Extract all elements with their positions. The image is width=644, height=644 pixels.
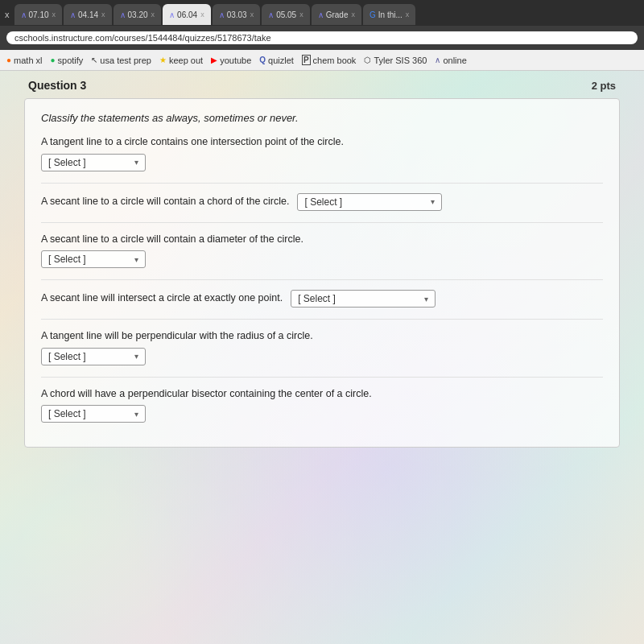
divider-2 bbox=[41, 222, 603, 223]
tab-label-03a: 03.20 bbox=[128, 10, 148, 19]
chevron-down-icon-5: ▾ bbox=[134, 352, 138, 361]
tab-04a[interactable]: ∧ 04.14 x bbox=[64, 4, 112, 25]
select-dropdown-4[interactable]: [ Select ] ▾ bbox=[291, 290, 436, 308]
tab-close-05[interactable]: x bbox=[299, 10, 303, 19]
select-label-1: [ Select ] bbox=[48, 157, 86, 168]
tab-label-06: 06.04 bbox=[177, 10, 197, 19]
tab-label-03b: 03.03 bbox=[227, 10, 247, 19]
select-label-2: [ Select ] bbox=[304, 196, 342, 208]
close-tab-x[interactable]: x bbox=[0, 10, 14, 19]
select-dropdown-6[interactable]: [ Select ] ▾ bbox=[41, 405, 146, 423]
bookmarks-bar: ● math xl ● spotify ↖ usa test prep ★ ke… bbox=[0, 50, 644, 71]
quizlet-icon: Q bbox=[259, 56, 266, 64]
select-dropdown-5[interactable]: [ Select ] ▾ bbox=[41, 348, 146, 365]
chevron-down-icon-2: ▾ bbox=[431, 197, 435, 206]
tab-g[interactable]: G In thi... x bbox=[363, 4, 415, 25]
statement-inline-4: A secant line will intersect a circle at… bbox=[41, 290, 603, 308]
question-instruction: Classify the statements as always, somet… bbox=[41, 112, 603, 124]
tab-close-06[interactable]: x bbox=[200, 10, 204, 19]
divider-5 bbox=[41, 377, 603, 378]
select-dropdown-1[interactable]: [ Select ] ▾ bbox=[41, 154, 146, 171]
question-title: Question 3 bbox=[28, 79, 86, 92]
bookmark-spotify[interactable]: ● spotify bbox=[51, 56, 84, 65]
tab-label-07: 07.10 bbox=[29, 10, 49, 19]
tab-icon-06: ∧ bbox=[169, 10, 175, 19]
tab-label-g: In thi... bbox=[378, 10, 402, 19]
tab-icon-04a: ∧ bbox=[70, 10, 76, 19]
cursor-icon: ↖ bbox=[91, 56, 97, 64]
tab-grade[interactable]: ∧ Grade x bbox=[312, 4, 361, 25]
tab-label-04a: 04.14 bbox=[78, 10, 98, 19]
question-box: Classify the statements as always, somet… bbox=[24, 98, 620, 448]
bookmark-label-keepout: keep out bbox=[169, 56, 203, 65]
tab-icon-grade: ∧ bbox=[318, 10, 324, 19]
statement-text-5: A tangent line will be perpendicular wit… bbox=[41, 329, 603, 344]
quiz-container: Question 3 2 pts Classify the statements… bbox=[24, 71, 620, 456]
tab-05[interactable]: ∧ 05.05 x bbox=[262, 4, 310, 25]
statement-row-3: A secant line to a circle will contain a… bbox=[41, 233, 603, 269]
select-label-4: [ Select ] bbox=[298, 293, 336, 304]
tab-07[interactable]: ∧ 07.10 x bbox=[14, 4, 63, 25]
tab-06[interactable]: ∧ 06.04 x bbox=[163, 4, 211, 25]
address-bar[interactable]: cschools.instructure.com/courses/1544484… bbox=[6, 31, 638, 44]
bookmark-tylersis[interactable]: ⬡ Tyler SIS 360 bbox=[364, 56, 427, 65]
bookmark-quizlet[interactable]: Q quizlet bbox=[259, 56, 294, 65]
bookmark-label-spotify: spotify bbox=[58, 56, 84, 65]
statement-text-1: A tangent line to a circle contains one … bbox=[41, 135, 603, 150]
tab-close-07[interactable]: x bbox=[52, 10, 56, 19]
bookmark-keepout[interactable]: ★ keep out bbox=[159, 56, 203, 65]
bookmark-mathxl[interactable]: ● math xl bbox=[6, 56, 43, 65]
mathxl-icon: ● bbox=[6, 56, 11, 64]
chembook-icon: P bbox=[302, 55, 311, 65]
tab-close-04a[interactable]: x bbox=[101, 10, 105, 19]
address-text: cschools.instructure.com/courses/1544484… bbox=[14, 33, 271, 43]
bookmark-usatestprep[interactable]: ↖ usa test prep bbox=[91, 56, 151, 65]
statement-text-2: A secant line to a circle will contain a… bbox=[41, 195, 289, 209]
tab-icon-05: ∧ bbox=[268, 10, 274, 19]
tab-icon-07: ∧ bbox=[21, 10, 27, 19]
tab-close-03a[interactable]: x bbox=[151, 10, 155, 19]
tab-03b[interactable]: ∧ 03.03 x bbox=[213, 4, 261, 25]
tab-icon-03b: ∧ bbox=[219, 10, 225, 19]
tylersis-icon: ⬡ bbox=[364, 56, 371, 64]
bookmark-label-quizlet: quizlet bbox=[268, 56, 294, 65]
tab-close-03b[interactable]: x bbox=[250, 10, 254, 19]
chevron-down-icon-4: ▾ bbox=[424, 295, 428, 303]
bookmark-label-mathxl: math xl bbox=[14, 56, 42, 65]
bookmark-label-youtube: youtube bbox=[220, 56, 251, 65]
chevron-down-icon-1: ▾ bbox=[134, 158, 138, 167]
select-label-5: [ Select ] bbox=[48, 351, 86, 362]
chevron-down-icon-3: ▾ bbox=[134, 255, 138, 264]
statement-row-2: A secant line to a circle will contain a… bbox=[41, 193, 603, 211]
bookmark-chembook[interactable]: P chem book bbox=[302, 55, 356, 65]
tab-03a[interactable]: ∧ 03.20 x bbox=[114, 4, 162, 25]
question-header: Question 3 2 pts bbox=[24, 79, 620, 92]
bookmark-youtube[interactable]: ▶ youtube bbox=[211, 56, 251, 65]
select-label-3: [ Select ] bbox=[48, 254, 86, 265]
select-dropdown-2[interactable]: [ Select ] ▾ bbox=[297, 193, 442, 211]
statement-row-6: A chord will have a perpendicular bisect… bbox=[41, 387, 603, 423]
main-content: Question 3 2 pts Classify the statements… bbox=[0, 71, 644, 644]
address-bar-row: cschools.instructure.com/courses/1544484… bbox=[0, 26, 644, 50]
chevron-down-icon-6: ▾ bbox=[134, 410, 138, 419]
bookmark-label-online: online bbox=[443, 56, 466, 65]
select-label-6: [ Select ] bbox=[48, 408, 86, 419]
tab-icon-g: G bbox=[369, 10, 376, 19]
tab-close-g[interactable]: x bbox=[406, 10, 410, 19]
select-dropdown-3[interactable]: [ Select ] ▾ bbox=[41, 250, 146, 268]
tab-icon-03a: ∧ bbox=[120, 10, 126, 19]
divider-1 bbox=[41, 183, 603, 184]
divider-3 bbox=[41, 279, 603, 280]
bookmark-online[interactable]: ∧ online bbox=[435, 56, 466, 65]
spotify-icon: ● bbox=[51, 56, 56, 64]
tab-close-grade[interactable]: x bbox=[351, 10, 355, 19]
bookmark-label-chembook: chem book bbox=[313, 56, 357, 65]
tab-label-grade: Grade bbox=[326, 10, 349, 19]
tab-label-05: 05.05 bbox=[276, 10, 296, 19]
statement-row-5: A tangent line will be perpendicular wit… bbox=[41, 329, 603, 365]
online-icon: ∧ bbox=[435, 56, 440, 64]
statement-row-4: A secant line will intersect a circle at… bbox=[41, 290, 603, 308]
statement-inline-2: A secant line to a circle will contain a… bbox=[41, 193, 603, 211]
points-badge: 2 pts bbox=[592, 80, 616, 92]
divider-4 bbox=[41, 319, 603, 320]
